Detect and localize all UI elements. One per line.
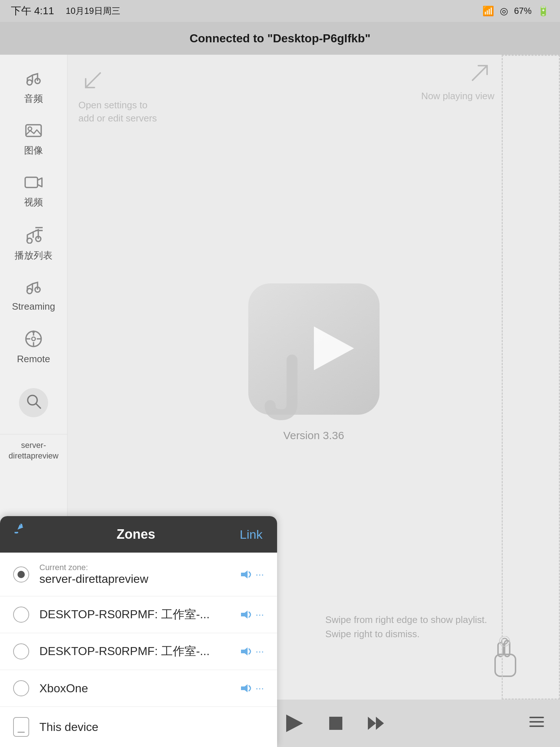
sidebar-item-playlist[interactable]: 播放列表: [0, 217, 67, 271]
svg-marker-26: [286, 715, 303, 732]
status-time: 下午 4:11: [11, 4, 54, 18]
sidebar-image-label: 图像: [24, 144, 43, 157]
svg-point-12: [32, 337, 35, 341]
battery-level: 67%: [514, 6, 532, 16]
sidebar-video-label: 视频: [24, 196, 43, 209]
server-name: server-direttapreview: [9, 440, 59, 461]
status-icons: 📶 ◎ 67% 🔋: [482, 5, 549, 17]
svg-marker-28: [368, 717, 384, 730]
current-zone-label: Current zone:: [39, 563, 230, 572]
current-zone-name: server-direttapreview: [39, 572, 230, 586]
zone-1-dots: ···: [256, 609, 264, 620]
sidebar-item-streaming[interactable]: Streaming: [0, 271, 67, 321]
svg-marker-32: [18, 525, 23, 530]
swipe-hint: Swipe from right edge to show playlist.S…: [325, 613, 487, 641]
svg-rect-27: [329, 717, 342, 730]
refresh-icon[interactable]: [15, 524, 32, 545]
sidebar-remote-label: Remote: [17, 353, 50, 365]
sidebar-item-video[interactable]: 视频: [0, 166, 67, 217]
sidebar-playlist-label: 播放列表: [15, 249, 52, 262]
zones-header: Zones Link: [0, 516, 277, 553]
settings-hint-text: Open settings toadd or edit servers: [78, 98, 157, 125]
zone-item-1[interactable]: DESKTOP-RS0RPMF: 工作室-... ···: [0, 596, 277, 633]
arrow-right-icon: [465, 58, 494, 88]
image-icon: [24, 123, 43, 141]
zone-radio-1: [13, 607, 29, 623]
hand-gesture-icon: [487, 636, 524, 685]
svg-rect-2: [26, 125, 41, 136]
svg-marker-34: [241, 611, 248, 619]
playlist-icon: [24, 226, 43, 246]
zone-3-volume[interactable]: ···: [240, 682, 264, 694]
zone-2-info: DESKTOP-RS0RPMF: 工作室-...: [39, 643, 230, 659]
svg-point-3: [28, 127, 32, 131]
app-logo: [248, 283, 380, 415]
server-info: server-direttapreview: [0, 434, 67, 467]
zone-3-info: XboxOne: [39, 682, 230, 695]
svg-rect-4: [25, 177, 38, 187]
remote-icon: [24, 330, 43, 351]
zone-volume-icon[interactable]: ···: [240, 569, 264, 580]
sidebar-streaming-label: Streaming: [12, 301, 55, 312]
search-icon: [26, 394, 41, 412]
zone-1-info: DESKTOP-RS0RPMF: 工作室-...: [39, 607, 230, 623]
next-button[interactable]: [366, 714, 385, 733]
zones-sheet: Zones Link Current zone: server-direttap…: [0, 516, 277, 747]
zones-link-button[interactable]: Link: [240, 527, 262, 542]
sidebar-item-remote[interactable]: Remote: [0, 321, 67, 374]
sidebar-audio-label: 音频: [24, 92, 43, 105]
zone-1-name: DESKTOP-RS0RPMF: 工作室-...: [39, 607, 230, 623]
nowplaying-hint: Now playing view: [421, 58, 494, 102]
zone-radio-current: [13, 566, 29, 582]
arrow-left-icon: [78, 66, 108, 95]
sidebar-item-audio[interactable]: 音频: [0, 62, 67, 114]
audio-icon: [24, 71, 43, 89]
svg-marker-35: [241, 647, 248, 655]
device-phone-icon: [13, 717, 29, 737]
location-icon: ◎: [500, 5, 508, 17]
version-text: Version 3.36: [283, 429, 344, 442]
status-bar: 下午 4:11 10月19日周三 📶 ◎ 67% 🔋: [0, 0, 560, 22]
search-button[interactable]: [19, 388, 48, 417]
header-title: Connected to "Desktop-P6gIfkb": [190, 32, 370, 45]
current-zone-info: Current zone: server-direttapreview: [39, 563, 230, 586]
status-date: 10月19日周三: [66, 5, 120, 17]
zones-title: Zones: [117, 527, 155, 542]
zone-item-2[interactable]: DESKTOP-RS0RPMF: 工作室-... ···: [0, 633, 277, 670]
logo-j-shape: [263, 353, 336, 426]
zone-2-volume[interactable]: ···: [240, 646, 264, 657]
zone-dots: ···: [256, 569, 264, 580]
svg-marker-36: [241, 684, 248, 692]
stop-button[interactable]: [327, 715, 345, 732]
settings-hint: Open settings toadd or edit servers: [78, 66, 157, 125]
current-zone-item[interactable]: Current zone: server-direttapreview ···: [0, 553, 277, 596]
battery-icon: 🔋: [537, 5, 549, 17]
zone-3-dots: ···: [256, 682, 264, 694]
play-button[interactable]: [283, 712, 305, 734]
this-device-name: This device: [39, 720, 98, 734]
svg-line-18: [36, 404, 40, 408]
zone-3-name: XboxOne: [39, 682, 230, 695]
this-device-item[interactable]: This device: [0, 707, 277, 747]
sidebar-item-image[interactable]: 图像: [0, 114, 67, 166]
svg-marker-33: [241, 570, 248, 578]
zone-2-name: DESKTOP-RS0RPMF: 工作室-...: [39, 643, 230, 659]
zone-radio-3: [13, 680, 29, 696]
menu-lines-icon[interactable]: [528, 713, 545, 734]
zone-1-volume[interactable]: ···: [240, 609, 264, 620]
streaming-icon: [24, 279, 43, 298]
nowplaying-hint-text: Now playing view: [421, 90, 494, 102]
zone-radio-2: [13, 643, 29, 659]
svg-rect-20: [495, 654, 516, 676]
video-icon: [24, 174, 43, 193]
header-bar: Connected to "Desktop-P6gIfkb": [0, 22, 560, 55]
hand-icon: [487, 636, 524, 684]
zone-2-dots: ···: [256, 646, 264, 657]
zone-item-3[interactable]: XboxOne ···: [0, 670, 277, 707]
wifi-icon: 📶: [482, 5, 494, 17]
